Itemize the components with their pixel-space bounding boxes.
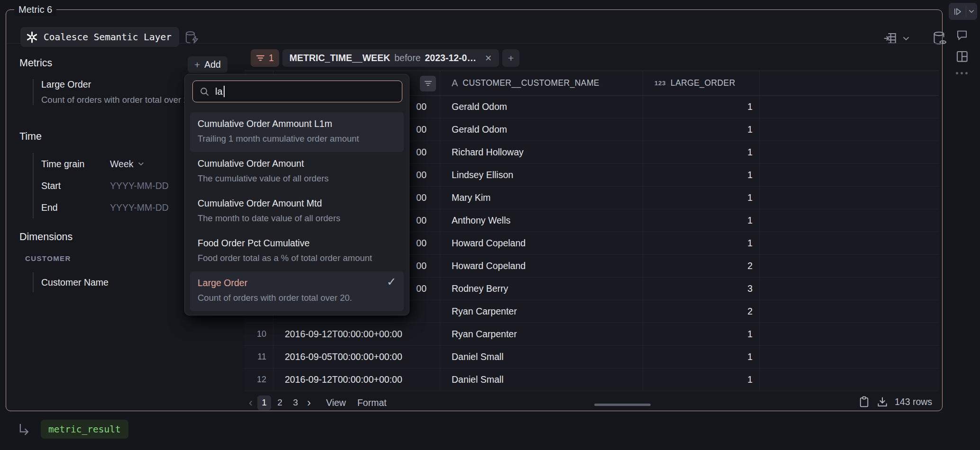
time-end-label: End (41, 202, 58, 213)
filler-cell (760, 96, 939, 118)
horizontal-scrollbar[interactable] (594, 404, 651, 406)
layout-panels-icon[interactable] (955, 49, 969, 63)
dimension-item-customer-name[interactable]: Customer Name (33, 272, 109, 292)
header-filler (760, 71, 939, 95)
add-filter-button[interactable]: + (502, 49, 519, 67)
filler-cell (760, 187, 939, 209)
metric-search-box[interactable]: la (192, 81, 402, 102)
customer-name-cell: Ryan Carpenter (440, 300, 643, 323)
add-metric-button[interactable]: + Add (188, 56, 227, 73)
row-number-cell: 12 (245, 369, 273, 391)
dimension-group-label: CUSTOMER (25, 254, 71, 262)
time-grain-label: Time grain (41, 159, 84, 170)
chevron-down-icon (138, 162, 144, 166)
dropdown-option[interactable]: Cumulative Order Amount The cumulative v… (190, 152, 404, 192)
filter-count: 1 (269, 53, 274, 63)
option-description: The cumulative value of all orders (198, 173, 396, 184)
large-order-header[interactable]: 123 LARGE_ORDER (643, 71, 760, 95)
large-order-cell: 1 (643, 164, 760, 186)
row-count: 143 rows (895, 396, 932, 407)
column-filter-button[interactable] (420, 76, 436, 91)
filler-cell (760, 300, 939, 323)
time-end-input[interactable]: YYYY-MM-DD (110, 202, 169, 213)
copy-icon[interactable] (858, 396, 870, 408)
dropdown-option[interactable]: Cumulative Order Ammount L1m Trailing 1 … (190, 112, 404, 152)
download-icon[interactable] (876, 396, 889, 408)
comment-icon[interactable] (955, 28, 969, 41)
filter-value: 2023-12-0… (425, 53, 476, 63)
page-button-3[interactable]: 3 (289, 396, 302, 410)
metric-cell-canvas: Coalesce Semantic Layer Metrics Large Or… (0, 0, 980, 450)
format-menu[interactable]: Format (357, 397, 387, 408)
time-start-label: Start (41, 180, 61, 191)
customer-name-cell: Gerald Odom (440, 118, 643, 141)
snowflake-icon (26, 31, 38, 44)
filler-cell (760, 164, 939, 186)
filter-chip[interactable]: METRIC_TIME__WEEK before 2023-12-0… ✕ (282, 49, 499, 67)
option-description: Count of orders with order total over 20… (198, 293, 396, 303)
customer-name-cell: Lindsey Ellison (440, 164, 643, 186)
page-button-1[interactable]: 1 (257, 396, 271, 410)
time-grain-select[interactable]: Week (110, 159, 144, 170)
customer-name-cell: Daniel Small (440, 346, 643, 368)
chevron-down-icon[interactable] (969, 9, 974, 13)
more-options-icon[interactable] (956, 72, 968, 74)
filler-cell (760, 118, 939, 141)
chevron-down-icon[interactable] (903, 36, 909, 41)
filler-cell (760, 209, 939, 232)
cell-title[interactable]: Metric 6 (14, 3, 56, 16)
large-order-cell: 1 (643, 346, 760, 368)
output-variable-chip[interactable]: metric_result (41, 420, 128, 439)
option-title: Cumulative Order Ammount L1m (198, 118, 396, 129)
add-button-label: Add (204, 59, 221, 70)
source-chip-label: Coalesce Semantic Layer (44, 32, 172, 43)
large-order-cell: 1 (643, 323, 760, 345)
dropdown-option[interactable]: Large Order Count of orders with order t… (190, 271, 404, 311)
filler-cell (760, 323, 939, 345)
time-start-input[interactable]: YYYY-MM-DD (110, 180, 169, 191)
filler-cell (760, 346, 939, 368)
table-row[interactable]: 11 2016-09-05T00:00:00+00:00 Daniel Smal… (245, 346, 939, 369)
page-button-2[interactable]: 2 (273, 396, 287, 410)
page-prev-icon[interactable]: ‹ (245, 396, 256, 409)
customer-name-header[interactable]: A CUSTOMER__CUSTOMER_NAME (440, 71, 643, 95)
source-chip[interactable]: Coalesce Semantic Layer (20, 27, 179, 47)
customer-name-cell: Mary Kim (440, 187, 643, 209)
dropdown-option[interactable]: Food Order Pct Cumulative Food order tot… (190, 232, 404, 271)
output-table-icon[interactable] (883, 31, 898, 46)
large-order-cell: 2 (643, 300, 760, 323)
time-grain-value: Week (110, 159, 134, 170)
large-order-cell: 2 (643, 255, 760, 277)
option-title: Cumulative Order Amount Mtd (198, 198, 396, 209)
dropdown-option[interactable]: Cumulative Order Amount Mtd The month to… (190, 192, 404, 232)
filler-cell (760, 369, 939, 391)
customer-name-cell: Daniel Small (440, 369, 643, 391)
database-lightning-icon[interactable] (183, 29, 200, 46)
output-variable-name: metric_result (48, 424, 121, 435)
page-next-icon[interactable]: › (303, 396, 315, 409)
run-cell-button[interactable] (949, 3, 977, 20)
page-list: 123 (256, 396, 303, 410)
search-query-text: la (215, 86, 223, 97)
large-order-cell: 1 (643, 209, 760, 232)
number-type-icon: 123 (654, 80, 666, 87)
customer-name-cell: Ryan Carpenter (440, 323, 643, 345)
metric-cell-frame: Coalesce Semantic Layer Metrics Large Or… (6, 9, 943, 411)
view-menu[interactable]: View (326, 397, 346, 408)
close-icon[interactable]: ✕ (485, 53, 492, 63)
table-footer-tools: 143 rows (858, 396, 932, 408)
column-label: CUSTOMER__CUSTOMER_NAME (463, 78, 599, 88)
text-type-icon: A (452, 78, 458, 89)
table-row[interactable]: 10 2016-09-12T00:00:00+00:00 Ryan Carpen… (245, 323, 939, 346)
filter-count-chip[interactable]: 1 (251, 49, 279, 67)
filter-lines-icon (256, 54, 265, 62)
customer-name-cell: Rodney Berry (440, 278, 643, 300)
column-label: LARGE_ORDER (671, 78, 735, 88)
row-number-cell: 11 (245, 346, 273, 368)
preview-data-icon[interactable] (931, 30, 950, 47)
time-heading: Time (19, 131, 42, 143)
customer-name-cell: Howard Copeland (440, 232, 643, 254)
filter-field: METRIC_TIME__WEEK (290, 53, 390, 63)
row-number-cell: 10 (245, 323, 273, 345)
table-row[interactable]: 12 2016-09-12T00:00:00+00:00 Daniel Smal… (245, 369, 939, 391)
